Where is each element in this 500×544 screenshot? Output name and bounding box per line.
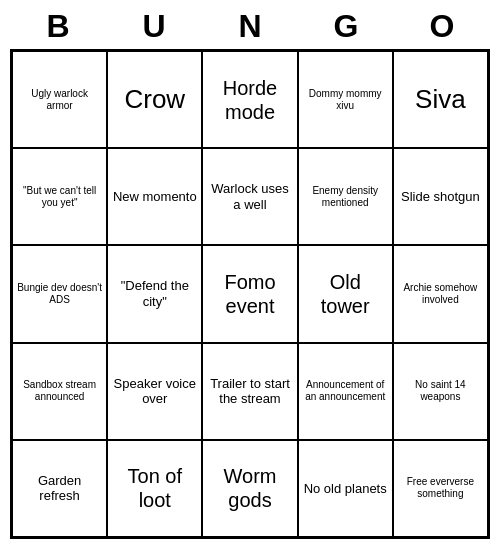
bingo-cell-5[interactable]: "But we can't tell you yet" bbox=[12, 148, 107, 245]
header-u: U bbox=[106, 6, 202, 47]
bingo-cell-23[interactable]: No old planets bbox=[298, 440, 393, 537]
bingo-cell-24[interactable]: Free eververse something bbox=[393, 440, 488, 537]
bingo-cell-14[interactable]: Archie somehow involved bbox=[393, 245, 488, 342]
bingo-cell-11[interactable]: "Defend the city" bbox=[107, 245, 202, 342]
header-n: N bbox=[202, 6, 298, 47]
bingo-cell-17[interactable]: Trailer to start the stream bbox=[202, 343, 297, 440]
bingo-cell-13[interactable]: Old tower bbox=[298, 245, 393, 342]
bingo-cell-3[interactable]: Dommy mommy xivu bbox=[298, 51, 393, 148]
bingo-cell-4[interactable]: Siva bbox=[393, 51, 488, 148]
header-b: B bbox=[10, 6, 106, 47]
bingo-cell-21[interactable]: Ton of loot bbox=[107, 440, 202, 537]
bingo-cell-2[interactable]: Horde mode bbox=[202, 51, 297, 148]
bingo-cell-12[interactable]: Fomo event bbox=[202, 245, 297, 342]
bingo-cell-16[interactable]: Speaker voice over bbox=[107, 343, 202, 440]
bingo-cell-0[interactable]: Ugly warlock armor bbox=[12, 51, 107, 148]
bingo-cell-6[interactable]: New momento bbox=[107, 148, 202, 245]
bingo-cell-20[interactable]: Garden refresh bbox=[12, 440, 107, 537]
header-g: G bbox=[298, 6, 394, 47]
bingo-cell-8[interactable]: Enemy density mentioned bbox=[298, 148, 393, 245]
bingo-cell-15[interactable]: Sandbox stream announced bbox=[12, 343, 107, 440]
bingo-grid: Ugly warlock armorCrowHorde modeDommy mo… bbox=[10, 49, 490, 539]
bingo-header: B U N G O bbox=[10, 6, 490, 47]
header-o: O bbox=[394, 6, 490, 47]
bingo-cell-18[interactable]: Announcement of an announcement bbox=[298, 343, 393, 440]
bingo-cell-1[interactable]: Crow bbox=[107, 51, 202, 148]
bingo-cell-22[interactable]: Worm gods bbox=[202, 440, 297, 537]
bingo-cell-7[interactable]: Warlock uses a well bbox=[202, 148, 297, 245]
bingo-cell-9[interactable]: Slide shotgun bbox=[393, 148, 488, 245]
bingo-cell-19[interactable]: No saint 14 weapons bbox=[393, 343, 488, 440]
bingo-cell-10[interactable]: Bungie dev doesn't ADS bbox=[12, 245, 107, 342]
